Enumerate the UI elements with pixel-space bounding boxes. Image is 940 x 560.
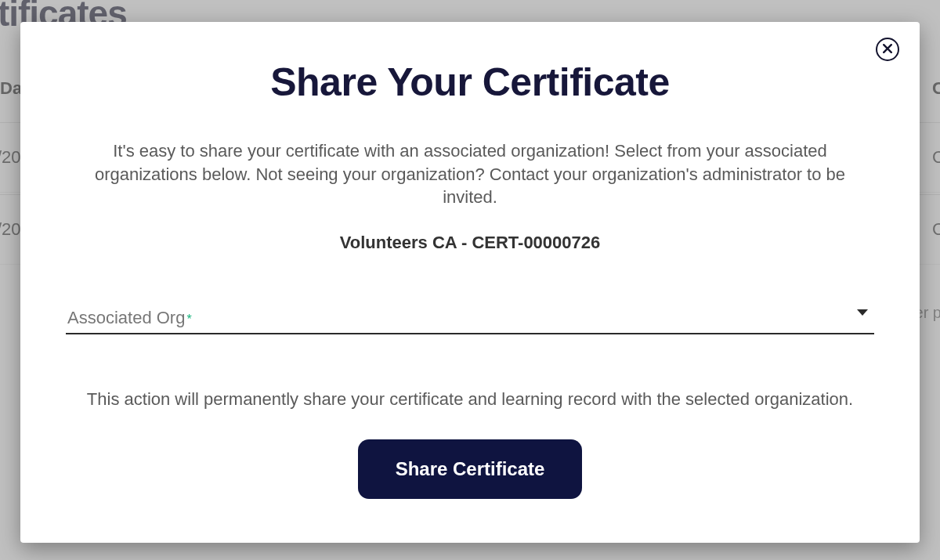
modal-overlay[interactable]: Share Your Certificate It's easy to shar… — [0, 0, 940, 560]
share-warning: This action will permanently share your … — [66, 389, 874, 410]
chevron-down-icon — [857, 309, 868, 316]
modal-title: Share Your Certificate — [66, 60, 874, 105]
required-indicator: * — [186, 313, 191, 326]
close-icon — [883, 44, 892, 56]
select-label: Associated Org — [67, 308, 185, 327]
certificate-name: Volunteers CA - CERT-00000726 — [66, 233, 874, 253]
associated-org-select[interactable]: Associated Org* — [66, 303, 874, 334]
share-certificate-button[interactable]: Share Certificate — [358, 439, 583, 499]
close-button[interactable] — [876, 38, 899, 61]
modal-description: It's easy to share your certificate with… — [78, 139, 862, 209]
share-certificate-modal: Share Your Certificate It's easy to shar… — [20, 22, 920, 543]
